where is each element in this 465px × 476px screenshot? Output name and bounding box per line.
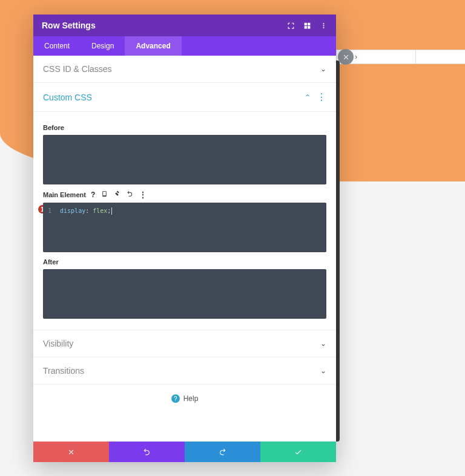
redo-button[interactable] <box>185 442 260 462</box>
panel-tabs: Content Design Advanced <box>33 36 336 56</box>
help-icon[interactable]: ? <box>91 191 95 199</box>
save-button[interactable] <box>260 442 336 462</box>
section-label: CSS ID & Classes <box>43 64 112 74</box>
field-more-icon[interactable]: ⋮ <box>139 191 147 199</box>
section-more-icon[interactable]: ⋮ <box>317 91 326 103</box>
expand-icon[interactable] <box>287 22 295 30</box>
panel-title: Row Settings <box>42 21 96 30</box>
tab-content[interactable]: Content <box>33 36 81 56</box>
field-label-main: Main Element ? ⋮ <box>43 191 326 199</box>
chevron-up-icon: ⌃ <box>305 93 311 102</box>
panel-header: Row Settings <box>33 15 336 36</box>
close-icon <box>342 53 350 61</box>
code-property: display <box>60 207 85 214</box>
panel-body: CSS ID & Classes ⌄ Custom CSS ⌃ ⋮ Before… <box>33 56 336 442</box>
css-after-input[interactable] <box>43 269 326 319</box>
chevron-down-icon: ⌄ <box>320 339 326 348</box>
css-before-input[interactable] <box>43 135 326 184</box>
help-link[interactable]: ? Help <box>33 385 336 410</box>
section-label: Visibility <box>43 339 73 348</box>
text-cursor <box>111 207 112 215</box>
check-icon <box>294 448 302 456</box>
chevron-right-icon: › <box>355 53 357 61</box>
tablet-icon[interactable] <box>101 191 108 199</box>
line-number: 1 <box>48 206 56 216</box>
redo-icon <box>219 448 226 456</box>
undo-icon <box>143 448 151 456</box>
section-css-id-classes[interactable]: CSS ID & Classes ⌄ <box>33 56 336 83</box>
help-icon: ? <box>171 394 180 403</box>
section-custom-css[interactable]: Custom CSS ⌃ ⋮ <box>33 83 336 112</box>
section-label: Custom CSS <box>43 93 92 102</box>
section-transitions[interactable]: Transitions ⌄ <box>33 357 336 385</box>
section-custom-css-body: Before Main Element ? ⋮ 1 1 display: fle… <box>33 112 336 330</box>
toolbar-divider <box>415 50 416 64</box>
field-label-after: After <box>43 258 326 266</box>
cancel-button[interactable] <box>33 442 109 462</box>
panel-footer <box>33 442 336 462</box>
field-label-before: Before <box>43 124 326 131</box>
tab-design[interactable]: Design <box>81 36 125 56</box>
css-main-input[interactable]: 1 display: flex; <box>43 203 326 252</box>
hover-icon[interactable] <box>114 191 120 199</box>
builder-background-toolbar: › <box>336 50 465 64</box>
section-visibility[interactable]: Visibility ⌄ <box>33 330 336 357</box>
section-label: Transitions <box>43 366 84 376</box>
row-settings-panel: Row Settings Content Design Advanced CSS… <box>33 15 336 462</box>
undo-icon[interactable] <box>127 191 133 199</box>
undo-button[interactable] <box>109 442 185 462</box>
tab-advanced[interactable]: Advanced <box>125 36 181 56</box>
code-value: flex <box>93 207 107 214</box>
close-icon <box>67 448 75 456</box>
builder-close-button[interactable] <box>338 49 354 65</box>
grid-icon[interactable] <box>303 22 311 30</box>
chevron-down-icon: ⌄ <box>320 65 326 73</box>
more-icon[interactable] <box>320 22 328 30</box>
chevron-down-icon: ⌄ <box>320 367 326 375</box>
